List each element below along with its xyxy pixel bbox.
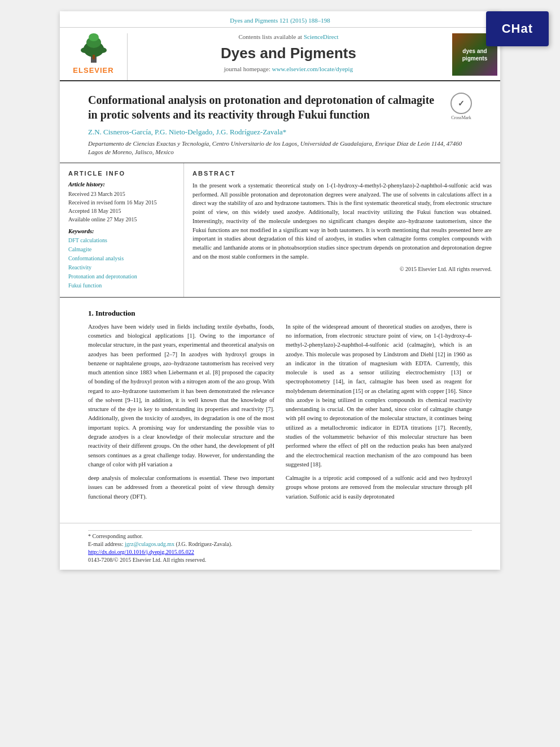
elsevier-tree-icon bbox=[74, 33, 113, 64]
body-col-right: In spite of the widespread amount of the… bbox=[286, 322, 472, 506]
body-two-col: Azodyes have been widely used in fields … bbox=[88, 322, 472, 506]
doi-link[interactable]: http://dx.doi.org/10.1016/j.dyepig.2015.… bbox=[88, 549, 194, 555]
crossmark-icon: ✓ bbox=[450, 93, 472, 114]
received-date: Received 23 March 2015 Received in revis… bbox=[68, 190, 175, 224]
email-line: E-mail address: jgrz@culagos.udg.mx (J.G… bbox=[88, 541, 472, 547]
article-title: Conformational analysis on protonation a… bbox=[88, 93, 472, 122]
homepage-url[interactable]: www.elsevier.com/locate/dyepig bbox=[272, 65, 353, 72]
col1-text: Azodyes have been widely used in fields … bbox=[88, 322, 274, 501]
copyright: © 2015 Elsevier Ltd. All rights reserved… bbox=[193, 266, 492, 272]
info-abstract-section: ARTICLE INFO Article history: Received 2… bbox=[60, 163, 500, 298]
received: Received 23 March 2015 bbox=[68, 190, 175, 198]
email-link[interactable]: jgrz@culagos.udg.mx bbox=[125, 541, 174, 547]
journal-title: Dyes and Pigments bbox=[221, 45, 356, 62]
body-col-left: Azodyes have been widely used in fields … bbox=[88, 322, 274, 506]
body-paragraph: Azodyes have been widely used in fields … bbox=[88, 322, 274, 469]
journal-ref: Dyes and Pigments 121 (2015) 188–198 bbox=[230, 17, 330, 24]
keyword-item: Conformational analysis bbox=[68, 254, 175, 263]
available: Available online 27 May 2015 bbox=[68, 215, 175, 224]
body-paragraph: deep analysis of molecular conformations… bbox=[88, 474, 274, 501]
keyword-item: Protonation and deprotonation bbox=[68, 272, 175, 281]
svg-point-5 bbox=[98, 47, 107, 53]
article-info-title: ARTICLE INFO bbox=[68, 170, 175, 177]
article-info: ARTICLE INFO Article history: Received 2… bbox=[60, 163, 184, 297]
issn-line: 0143-7208/© 2015 Elsevier Ltd. All right… bbox=[88, 557, 472, 563]
svg-point-3 bbox=[89, 33, 99, 41]
email-name: (J.G. Rodríguez-Zavala). bbox=[176, 541, 233, 547]
body-paragraph: Calmagite is a triprotic acid composed o… bbox=[286, 474, 472, 501]
doi-line: http://dx.doi.org/10.1016/j.dyepig.2015.… bbox=[88, 549, 472, 555]
abstract-text: In the present work a systematic theoret… bbox=[193, 181, 492, 261]
authors: Z.N. Cisneros-García, P.G. Nieto-Delgado… bbox=[88, 128, 472, 137]
svg-point-4 bbox=[81, 47, 90, 53]
top-bar: Dyes and Pigments 121 (2015) 188–198 bbox=[60, 11, 500, 28]
keyword-item: DFT calculations bbox=[68, 236, 175, 245]
journal-homepage: journal homepage: www.elsevier.com/locat… bbox=[224, 65, 353, 72]
abstract-title: ABSTRACT bbox=[193, 170, 492, 177]
keywords-label: Keywords: bbox=[68, 228, 175, 234]
science-direct-line: Contents lists available at ScienceDirec… bbox=[238, 33, 338, 40]
body-section: 1. Introduction Azodyes have been widely… bbox=[60, 298, 500, 517]
article-header: ✓ CrossMark Conformational analysis on p… bbox=[60, 81, 500, 163]
crossmark: ✓ CrossMark bbox=[450, 93, 472, 120]
keywords-list: DFT calculationsCalmagiteConformational … bbox=[68, 236, 175, 290]
header-center: Contents lists available at ScienceDirec… bbox=[128, 33, 449, 80]
footer-section: * Corresponding author. E-mail address: … bbox=[60, 523, 500, 570]
keyword-item: Reactivity bbox=[68, 263, 175, 272]
crossmark-label: CrossMark bbox=[450, 115, 472, 120]
col2-text: In spite of the widespread amount of the… bbox=[286, 322, 472, 501]
abstract-col: ABSTRACT In the present work a systemati… bbox=[184, 163, 500, 297]
corresponding-text: * Corresponding author. bbox=[88, 533, 143, 539]
page: Dyes and Pigments 121 (2015) 188–198 ELS… bbox=[60, 11, 500, 570]
corresponding-note: * Corresponding author. bbox=[88, 533, 472, 539]
svg-rect-6 bbox=[93, 55, 95, 59]
email-label: E-mail address: bbox=[88, 541, 123, 547]
revised: Received in revised form 16 May 2015 bbox=[68, 198, 175, 207]
keyword-item: Calmagite bbox=[68, 245, 175, 254]
chat-badge[interactable]: CHat bbox=[486, 11, 549, 46]
science-direct-link[interactable]: ScienceDirect bbox=[304, 33, 339, 40]
accepted: Accepted 18 May 2015 bbox=[68, 207, 175, 215]
header-section: ELSEVIER Contents lists available at Sci… bbox=[60, 28, 500, 81]
elsevier-logo: ELSEVIER bbox=[60, 33, 128, 80]
homepage-text: journal homepage: bbox=[224, 65, 270, 72]
dyes-box-text: dyes and pigments bbox=[452, 47, 497, 62]
elsevier-label: ELSEVIER bbox=[73, 66, 113, 75]
keyword-item: Fukui function bbox=[68, 281, 175, 290]
intro-heading: 1. Introduction bbox=[88, 309, 472, 318]
history-label: Article history: bbox=[68, 181, 175, 187]
affiliation: Departamento de Ciencias Exactas y Tecno… bbox=[88, 139, 472, 157]
chat-label: CHat bbox=[502, 21, 533, 36]
body-paragraph: In spite of the widespread amount of the… bbox=[286, 322, 472, 469]
science-direct-text: Contents lists available at bbox=[238, 33, 302, 40]
